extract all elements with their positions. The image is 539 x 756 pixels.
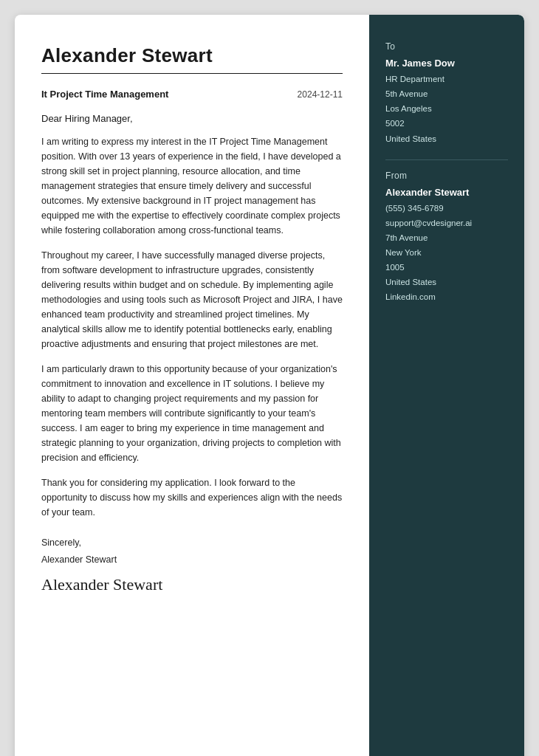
sender-name: Alexander Stewart <box>385 187 508 198</box>
recipient-department: HR Department <box>385 75 444 83</box>
applicant-name: Alexander Stewart <box>41 44 343 67</box>
sender-label: From <box>385 171 508 181</box>
salutation: Dear Hiring Manager, <box>41 113 343 124</box>
job-info-row: It Project Time Management 2024-12-11 <box>41 89 343 100</box>
sender-phone: (555) 345-6789 <box>385 204 444 213</box>
main-content: Alexander Stewart It Project Time Manage… <box>15 15 369 756</box>
sender-website: Linkedin.com <box>385 292 436 301</box>
sender-street: 7th Avenue <box>385 233 428 242</box>
closing-line: Sincerely, <box>41 535 343 551</box>
recipient-street: 5th Avenue <box>385 89 428 98</box>
sender-email: support@cvdesigner.ai <box>385 219 472 227</box>
recipient-label: To <box>385 41 508 52</box>
recipient-postal: 5002 <box>385 119 405 128</box>
sender-city: New York <box>385 248 422 257</box>
sidebar: To Mr. James Dow HR Department 5th Avenu… <box>369 15 524 756</box>
closing-block: Sincerely, Alexander Stewart <box>41 535 343 568</box>
recipient-name: Mr. James Dow <box>385 58 508 69</box>
sidebar-divider <box>385 159 508 160</box>
paragraph-3: I am particularly drawn to this opportun… <box>41 362 343 465</box>
paragraph-2: Throughout my career, I have successfull… <box>41 248 343 351</box>
recipient-city: Los Angeles <box>385 104 432 113</box>
closing-name: Alexander Stewart <box>41 551 343 568</box>
cover-letter-page: Alexander Stewart It Project Time Manage… <box>15 15 524 756</box>
signature: Alexander Stewart <box>41 575 343 594</box>
paragraph-4: Thank you for considering my application… <box>41 475 343 520</box>
sender-country: United States <box>385 278 436 286</box>
sender-details: (555) 345-6789 support@cvdesigner.ai 7th… <box>385 201 508 305</box>
recipient-country: United States <box>385 134 436 143</box>
sender-postal: 1005 <box>385 263 405 272</box>
letter-date: 2024-12-11 <box>298 89 343 100</box>
job-title: It Project Time Management <box>41 89 168 100</box>
paragraph-1: I am writing to express my interest in t… <box>41 134 343 238</box>
name-divider <box>41 73 343 74</box>
recipient-address: HR Department 5th Avenue Los Angeles 500… <box>385 72 508 146</box>
